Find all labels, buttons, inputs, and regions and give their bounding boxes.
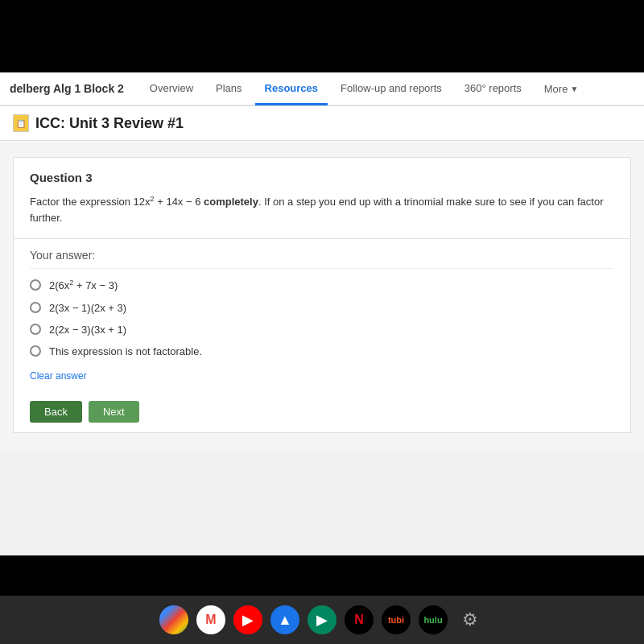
option-3[interactable]: 2(2x − 3)(3x + 1) — [30, 324, 614, 336]
gmail-icon[interactable]: M — [196, 605, 225, 634]
nav-title: delberg Alg 1 Block 2 — [10, 82, 124, 95]
question-text-before: Factor the expression 12x2 + 14x − 6 — [30, 196, 204, 208]
play-icon[interactable]: ▶ — [308, 605, 336, 634]
tab-resources[interactable]: Resources — [255, 73, 328, 105]
tubi-icon[interactable]: tubi — [382, 605, 411, 634]
chevron-down-icon: ▼ — [570, 85, 578, 93]
screen-content: delberg Alg 1 Block 2 Overview Plans Res… — [0, 72, 644, 555]
main-content: Question 3 Factor the expression 12x2 + … — [0, 141, 644, 449]
radio-4[interactable] — [30, 345, 41, 357]
option-3-text: 2(2x − 3)(3x + 1) — [49, 324, 126, 336]
nav-tabs: Overview Plans Resources Follow-up and r… — [140, 72, 588, 105]
tab-more[interactable]: More ▼ — [535, 72, 588, 105]
answer-section: Your answer: 2(6x2 + 7x − 3) 2(3x − 1)(2… — [13, 239, 631, 432]
tab-followup[interactable]: Follow-up and reports — [331, 73, 452, 105]
settings-icon[interactable]: ⚙ — [456, 605, 485, 634]
option-1-text: 2(6x2 + 7x − 3) — [49, 279, 118, 291]
option-4-text: This expression is not factorable. — [49, 345, 202, 357]
drive-icon[interactable]: ▲ — [270, 605, 299, 634]
radio-2[interactable] — [30, 302, 41, 313]
document-icon: 📋 — [13, 114, 29, 132]
taskbar: M ▶ ▲ ▶ N tubi hulu ⚙ — [0, 596, 644, 644]
option-4[interactable]: This expression is not factorable. — [30, 345, 614, 357]
tab-overview[interactable]: Overview — [140, 73, 203, 105]
radio-3[interactable] — [30, 324, 41, 335]
netflix-icon[interactable]: N — [345, 605, 374, 634]
tab-360reports[interactable]: 360° reports — [455, 73, 531, 105]
youtube-icon[interactable]: ▶ — [233, 605, 262, 634]
top-black-bar — [0, 0, 644, 72]
next-button[interactable]: Next — [89, 401, 139, 423]
page-header: 📋 ICC: Unit 3 Review #1 — [0, 106, 644, 141]
option-2[interactable]: 2(3x − 1)(2x + 3) — [30, 302, 614, 314]
page-title: ICC: Unit 3 Review #1 — [35, 115, 184, 132]
hulu-icon[interactable]: hulu — [419, 605, 448, 634]
chrome-icon[interactable] — [159, 605, 188, 634]
radio-1[interactable] — [30, 279, 41, 291]
answer-label: Your answer: — [30, 249, 614, 269]
option-2-text: 2(3x − 1)(2x + 3) — [49, 302, 126, 314]
question-card: Question 3 Factor the expression 12x2 + … — [13, 157, 631, 239]
question-number: Question 3 — [30, 171, 614, 184]
clear-answer-link[interactable]: Clear answer — [30, 370, 87, 382]
option-1[interactable]: 2(6x2 + 7x − 3) — [30, 279, 614, 291]
back-button[interactable]: Back — [30, 401, 82, 423]
tab-plans[interactable]: Plans — [206, 73, 252, 105]
question-text: Factor the expression 12x2 + 14x − 6 com… — [30, 194, 614, 225]
button-row: Back Next — [30, 401, 614, 423]
nav-bar: delberg Alg 1 Block 2 Overview Plans Res… — [0, 72, 644, 106]
question-text-bold: completely — [204, 196, 258, 208]
